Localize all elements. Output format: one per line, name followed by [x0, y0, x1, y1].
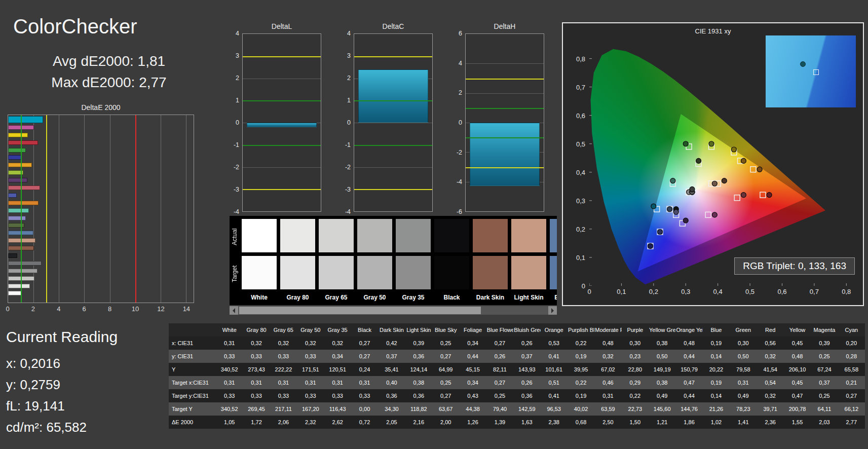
- cie-ytick: 0,4: [576, 168, 585, 176]
- actual-swatch-black[interactable]: [434, 219, 469, 252]
- patch-column-black: Black: [434, 219, 469, 302]
- table-cell: 0,32: [757, 350, 784, 363]
- table-cell: 0,26: [513, 376, 540, 389]
- measured-point-moderate-red: [741, 193, 746, 198]
- deltae-red-limit-line: [135, 115, 136, 303]
- scroll-thumb[interactable]: [239, 307, 481, 314]
- table-cell: 0,38: [649, 336, 675, 350]
- delta-ytick: 1: [347, 97, 351, 104]
- cie-xtick: 0,5: [745, 288, 754, 295]
- table-cell: 0,34: [459, 336, 486, 350]
- table-cell: 2,62: [324, 416, 351, 429]
- table-cell: 1,26: [459, 416, 486, 429]
- deltae-xtick: 8: [108, 305, 111, 313]
- deltae-xtick: 10: [132, 305, 139, 313]
- actual-swatch-gray-35[interactable]: [396, 219, 431, 252]
- patch-scrollbar[interactable]: [230, 306, 557, 315]
- actual-swatch-white[interactable]: [242, 219, 277, 252]
- table-cell: 101,61: [541, 363, 568, 376]
- actual-swatch-light-skin[interactable]: [511, 219, 546, 252]
- actual-swatch-gray-80[interactable]: [280, 219, 315, 252]
- table-cell: 1,63: [513, 416, 540, 429]
- actual-swatch-blue-sky[interactable]: [550, 219, 557, 252]
- table-cell: 0,46: [594, 376, 621, 389]
- table-cell: 0,27: [351, 336, 378, 350]
- table-cell: 0,49: [730, 389, 757, 402]
- cie-xtick: 0,8: [842, 288, 851, 295]
- delta-ytick: -3: [234, 186, 239, 193]
- actual-swatch-gray-65[interactable]: [319, 219, 354, 252]
- target-swatch-light-skin[interactable]: [511, 256, 546, 289]
- table-col-black: Black: [351, 323, 378, 336]
- patch-label: Gray 50: [357, 293, 392, 302]
- table-row-y-cie31: y: CIE310,330,330,330,330,340,270,370,36…: [169, 350, 865, 363]
- table-cell: 171,51: [297, 363, 324, 376]
- table-cell: 222,22: [270, 363, 297, 376]
- table-cell: 0,37: [811, 376, 838, 389]
- table-cell: 0,27: [838, 389, 865, 402]
- table-cell: 0,33: [216, 389, 243, 402]
- table-cell: 79,58: [730, 363, 757, 376]
- table-cell: 2,32: [297, 416, 324, 429]
- table-cell: 2,06: [270, 416, 297, 429]
- patch-column-gray-35: Gray 35: [396, 219, 431, 302]
- deltae-bar-purple: [8, 178, 27, 182]
- target-swatch-white[interactable]: [242, 256, 277, 289]
- delta-ytick: 4: [459, 60, 462, 67]
- table-cell: 0,34: [459, 376, 486, 389]
- table-cell: 0,14: [703, 389, 730, 402]
- table-cell: 0,56: [757, 336, 784, 350]
- measurement-table: WhiteGray 80Gray 65Gray 50Gray 35BlackDa…: [169, 323, 865, 429]
- deltah-plot: [465, 33, 544, 212]
- actual-swatch-gray-50[interactable]: [357, 219, 392, 252]
- measured-point-orange: [757, 167, 762, 172]
- target-swatch-gray-35[interactable]: [396, 256, 431, 289]
- table-cell: 2,16: [405, 416, 432, 429]
- table-cell: 20,22: [703, 363, 730, 376]
- cie-ytick: 0,7: [576, 83, 585, 91]
- target-swatch-blue-sky[interactable]: [550, 256, 557, 289]
- deltal-plot: [242, 33, 321, 212]
- table-cell: 67,02: [594, 363, 621, 376]
- measured-point-yellow: [731, 147, 736, 152]
- deltae-bar-purplish-blue: [8, 193, 17, 198]
- table-cell: 1,86: [675, 416, 702, 429]
- patch-panel: Actual Target WhiteGray 80Gray 65Gray 50…: [230, 216, 557, 305]
- scroll-right-button[interactable]: [548, 306, 557, 315]
- table-cell: 0,48: [675, 336, 702, 350]
- rgb-triplet-readout: RGB Triplet: 0, 133, 163: [734, 257, 855, 275]
- table-cell: 0,19: [703, 376, 730, 389]
- measured-point-purple: [683, 218, 688, 223]
- target-swatch-gray-80[interactable]: [280, 256, 315, 289]
- table-cell: 0,25: [432, 336, 459, 350]
- table-col-purple: Purple: [622, 323, 649, 336]
- table-cell: 0,31: [324, 376, 351, 389]
- table-cell: 143,93: [513, 363, 540, 376]
- reading-y: y: 0,2759: [6, 377, 60, 393]
- target-swatch-gray-50[interactable]: [357, 256, 392, 289]
- target-swatch-black[interactable]: [434, 256, 469, 289]
- deltae-bar-light-skin: [8, 238, 35, 243]
- table-cell: 0,25: [811, 389, 838, 402]
- table-cell: 1,50: [622, 416, 649, 429]
- delta-limit-line: [243, 145, 321, 146]
- scroll-track[interactable]: [238, 306, 548, 315]
- target-swatch-dark-skin[interactable]: [473, 256, 508, 289]
- table-col-blue-flower: Blue Flower: [486, 323, 513, 336]
- measured-point-blue: [648, 244, 653, 249]
- cie-ytick: 0,2: [576, 225, 585, 233]
- table-cell: 0,00: [351, 402, 378, 416]
- table-cell: 0,47: [784, 389, 811, 402]
- actual-swatch-dark-skin[interactable]: [473, 219, 508, 252]
- target-swatch-gray-65[interactable]: [319, 256, 354, 289]
- table-cell: 0,26: [486, 350, 513, 363]
- table-cell: 150,79: [675, 363, 702, 376]
- cie-ytick: 0,3: [576, 197, 585, 204]
- table-cell: 21,26: [703, 402, 730, 416]
- scroll-left-button[interactable]: [230, 306, 238, 315]
- cie-ytick: 0: [582, 282, 585, 290]
- table-cell: 0,31: [216, 336, 243, 350]
- table-col-orange-yellow: Orange Yellow: [675, 323, 702, 336]
- table-cell: 0,33: [297, 350, 324, 363]
- max-de2000-readout: Max dE2000: 2,77: [0, 74, 218, 91]
